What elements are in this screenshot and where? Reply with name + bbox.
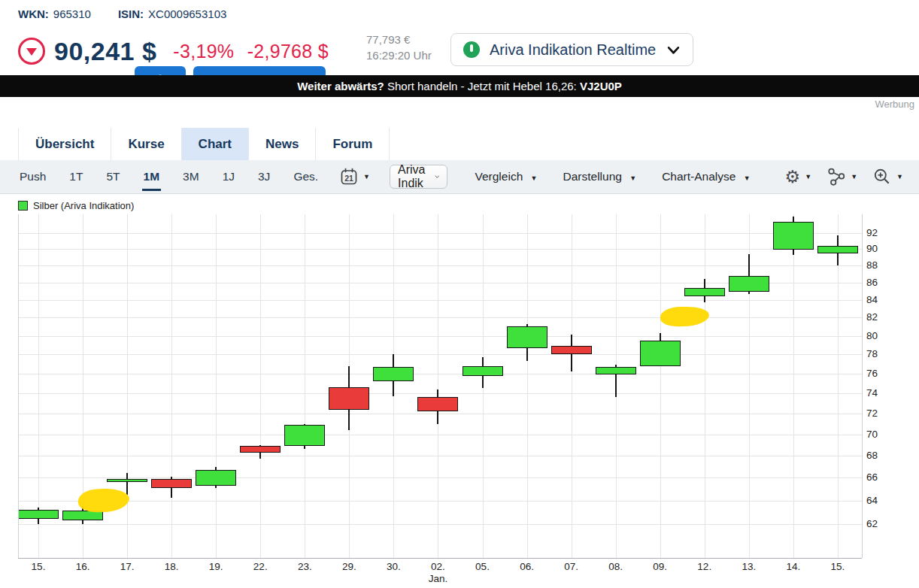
y-tick-label: 62 bbox=[866, 518, 878, 529]
candle-body bbox=[729, 276, 769, 292]
gridline bbox=[18, 300, 862, 301]
change-absolute: -2,9768 $ bbox=[247, 41, 329, 62]
candle-body bbox=[507, 326, 547, 347]
x-tick-label: 09. bbox=[644, 561, 677, 572]
price-row: 90,241 $ -3,19% -2,9768 $ 77,793 € 16:29… bbox=[18, 30, 329, 72]
candle-body bbox=[551, 346, 592, 354]
change-percent: -3,19% bbox=[173, 41, 234, 62]
y-tick-label: 66 bbox=[866, 471, 878, 483]
y-tick-label: 68 bbox=[866, 450, 878, 461]
range-1t[interactable]: 1T bbox=[68, 162, 84, 191]
candle-body bbox=[773, 222, 814, 250]
tab-uebersicht[interactable]: Übersicht bbox=[18, 128, 111, 160]
tab-kurse[interactable]: Kurse bbox=[111, 128, 181, 160]
svg-text:21: 21 bbox=[344, 174, 353, 183]
zoom-in-icon bbox=[872, 167, 892, 186]
y-axis-line-left bbox=[18, 214, 19, 558]
isin-group: ISIN: XC0009653103 bbox=[118, 8, 226, 20]
candle-body bbox=[373, 367, 414, 381]
candle-body bbox=[151, 479, 192, 488]
range-5t[interactable]: 5T bbox=[105, 162, 121, 191]
calendar-icon: 21 bbox=[339, 167, 359, 186]
eur-price: 77,793 € bbox=[366, 32, 432, 47]
y-tick-label: 74 bbox=[866, 387, 878, 399]
ad-banner[interactable]: Weiter abwärts? Short handeln - Jetzt mi… bbox=[0, 75, 919, 97]
ad-banner-code: VJ2U0P bbox=[580, 80, 622, 92]
settings-button[interactable]: ⚙ ▼ bbox=[785, 168, 812, 186]
zoom-button[interactable]: ▼ bbox=[872, 167, 903, 186]
y-tick-label: 72 bbox=[866, 408, 878, 419]
gridline bbox=[18, 317, 862, 318]
quote-source-label: Ariva Indikation Realtime bbox=[490, 41, 656, 59]
indicators-icon bbox=[826, 167, 846, 186]
candle-body bbox=[596, 367, 636, 374]
chart-menus: Vergleich ▼ Darstellung ▼ Chart-Analyse … bbox=[475, 170, 750, 183]
gridline bbox=[18, 374, 862, 374]
gridline bbox=[305, 214, 305, 558]
x-tick-label: 19. bbox=[199, 561, 232, 572]
isin-value: XC0009653103 bbox=[148, 8, 226, 20]
x-tick-label: 07. bbox=[555, 561, 588, 572]
settings-icon: ⚙ bbox=[785, 168, 801, 186]
gridline bbox=[18, 265, 862, 266]
wkn-group: WKN: 965310 bbox=[18, 8, 91, 20]
candle-body bbox=[240, 446, 281, 453]
menu-darstellung[interactable]: Darstellung ▼ bbox=[563, 170, 636, 183]
current-price: 90,241 $ bbox=[54, 37, 156, 66]
x-tick-label: 18. bbox=[155, 561, 188, 572]
candle-body bbox=[329, 387, 369, 409]
chart-plot-area bbox=[18, 214, 862, 558]
quote-source-dropdown[interactable]: Ariva Indikation Realtime bbox=[450, 33, 693, 66]
range-selector: Push 1T 5T 1M 3M 1J 3J Ges. bbox=[18, 162, 320, 191]
range-3m[interactable]: 3M bbox=[181, 162, 201, 191]
gridline bbox=[705, 214, 705, 558]
x-tick-label: 08. bbox=[599, 561, 632, 572]
tab-news[interactable]: News bbox=[249, 128, 316, 160]
menu-vergleich[interactable]: Vergleich ▼ bbox=[475, 170, 537, 183]
instrument-select-value: Ariva Indik bbox=[398, 163, 429, 190]
range-ges[interactable]: Ges. bbox=[292, 162, 320, 191]
ad-disclosure-label: Werbung bbox=[875, 99, 914, 110]
x-tick-label: 05. bbox=[466, 561, 499, 572]
chevron-down-icon bbox=[435, 172, 440, 181]
x-axis-line bbox=[18, 558, 862, 559]
legend-swatch bbox=[18, 201, 28, 211]
tab-chart[interactable]: Chart bbox=[182, 128, 249, 160]
gridline bbox=[18, 336, 862, 337]
y-tick-label: 82 bbox=[866, 311, 878, 323]
marker-highlight-annotation bbox=[660, 306, 708, 327]
x-tick-label: 16. bbox=[66, 561, 99, 572]
menu-chart-analyse[interactable]: Chart-Analyse ▼ bbox=[662, 170, 750, 183]
x-tick-label: 30. bbox=[377, 561, 410, 572]
range-1m[interactable]: 1M bbox=[142, 162, 162, 191]
caret-down-icon: ▼ bbox=[531, 174, 538, 182]
instrument-select[interactable]: Ariva Indik bbox=[390, 165, 447, 189]
legend-label: Silber (Ariva Indikation) bbox=[33, 200, 134, 211]
x-month-label: Jan. bbox=[421, 573, 454, 584]
x-tick-label: 15. bbox=[821, 561, 854, 572]
gridline bbox=[527, 214, 528, 558]
y-tick-label: 70 bbox=[866, 429, 878, 440]
gridline bbox=[171, 214, 172, 558]
gridline bbox=[660, 214, 661, 558]
gridline bbox=[18, 249, 862, 250]
x-tick-label: 23. bbox=[288, 561, 321, 572]
candle-body bbox=[684, 288, 725, 297]
range-3j[interactable]: 3J bbox=[256, 162, 271, 191]
x-tick-label: 12. bbox=[688, 561, 721, 572]
wkn-value: 965310 bbox=[53, 8, 91, 20]
indicators-button[interactable]: ▼ bbox=[826, 167, 857, 186]
date-range-picker[interactable]: 21 ▼ bbox=[339, 167, 370, 186]
candle-body bbox=[284, 425, 325, 446]
chevron-down-icon bbox=[666, 43, 681, 57]
gridline bbox=[838, 214, 839, 558]
caret-down-icon: ▼ bbox=[896, 173, 903, 180]
ariva-chart-page: WKN: 965310 ISIN: XC0009653103 90,241 $ … bbox=[0, 0, 919, 588]
candle-wick bbox=[126, 473, 128, 494]
candle-body bbox=[196, 470, 236, 486]
range-1j[interactable]: 1J bbox=[221, 162, 236, 191]
range-push[interactable]: Push bbox=[18, 162, 47, 191]
y-tick-label: 90 bbox=[866, 243, 878, 254]
tab-forum[interactable]: Forum bbox=[316, 128, 390, 160]
x-tick-label: 06. bbox=[511, 561, 544, 572]
